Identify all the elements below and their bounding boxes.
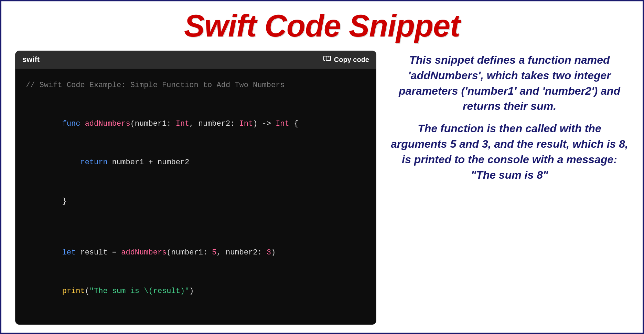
code-plain-7: (number1:: [167, 248, 212, 257]
code-line-return: return number1 + number2: [26, 143, 366, 182]
code-plain-11: ): [189, 287, 194, 295]
code-plain-5: number1 + number2: [112, 158, 189, 167]
type-int-1: Int: [176, 119, 190, 128]
description-paragraph-1: This snippet defines a function named 'a…: [390, 52, 629, 114]
string-literal: "The sum is \(result)": [89, 287, 189, 295]
keyword-return: return: [80, 158, 112, 167]
description-panel: This snippet defines a function named 'a…: [390, 51, 629, 182]
func-name: addNumbers: [85, 119, 130, 128]
code-plain-4: {: [289, 119, 298, 128]
page-title: Swift Code Snippet: [184, 8, 460, 44]
code-line-print: print("The sum is \(result)"): [26, 272, 366, 311]
code-plain-9: ): [271, 248, 276, 257]
code-plain-3: ) ->: [253, 119, 276, 128]
copy-code-button[interactable]: Copy code: [323, 55, 369, 64]
type-int-2: Int: [239, 119, 253, 128]
code-line-let: let result = addNumbers(number1: 5, numb…: [26, 233, 366, 272]
code-plain-10: (: [85, 287, 89, 295]
code-line-func-def: func addNumbers(number1: Int, number2: I…: [26, 105, 366, 143]
func-call-name: addNumbers: [121, 248, 167, 257]
code-plain-brace: }: [62, 197, 67, 206]
clipboard-icon: [323, 55, 331, 64]
keyword-func: func: [62, 119, 85, 128]
number-3: 3: [267, 248, 271, 257]
code-plain-1: (number1:: [130, 119, 176, 128]
type-int-return: Int: [276, 119, 289, 128]
copy-button-label: Copy code: [334, 56, 369, 64]
keyword-print: print: [62, 287, 85, 295]
code-header: swift Copy code: [15, 51, 376, 69]
code-line-blank-2: [26, 220, 366, 233]
code-indent-1: [62, 158, 80, 167]
code-plain-6: result =: [80, 248, 121, 257]
description-paragraph-2: The function is then called with the arg…: [390, 121, 629, 182]
code-line-blank-1: [26, 92, 366, 104]
code-plain-2: , number2:: [189, 119, 239, 128]
code-plain-8: , number2:: [217, 248, 267, 257]
keyword-let: let: [62, 248, 80, 257]
main-content: swift Copy code // Swift Code Example: S…: [1, 51, 643, 325]
code-body: // Swift Code Example: Simple Function t…: [15, 69, 376, 324]
code-language-label: swift: [22, 55, 40, 64]
code-line-close-brace: }: [26, 182, 366, 220]
number-5: 5: [212, 248, 216, 257]
code-comment-line: // Swift Code Example: Simple Function t…: [26, 79, 366, 92]
code-block: swift Copy code // Swift Code Example: S…: [15, 51, 376, 325]
